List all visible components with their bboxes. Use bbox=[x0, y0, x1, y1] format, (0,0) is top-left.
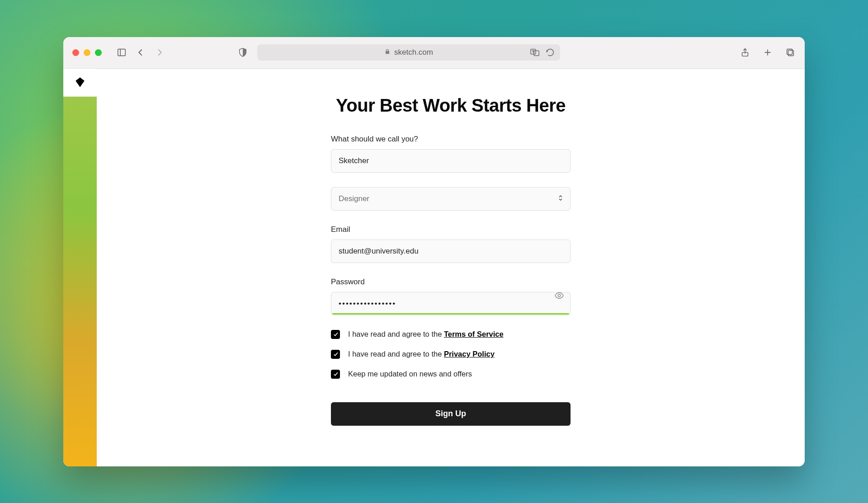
tos-link[interactable]: Terms of Service bbox=[444, 330, 504, 338]
svg-rect-3 bbox=[534, 51, 539, 56]
password-strength-bar bbox=[332, 313, 569, 315]
privacy-checkbox[interactable] bbox=[331, 350, 340, 359]
password-label: Password bbox=[331, 277, 571, 287]
updates-text: Keep me updated on news and offers bbox=[348, 370, 472, 378]
email-label: Email bbox=[331, 225, 571, 234]
name-label: What should we call you? bbox=[331, 135, 571, 144]
svg-rect-0 bbox=[118, 49, 126, 56]
privacy-check-row: I have read and agree to the Privacy Pol… bbox=[331, 350, 571, 359]
sidebar-toggle-icon[interactable] bbox=[116, 47, 127, 58]
brand-side-strip bbox=[63, 69, 97, 466]
tos-check-row: I have read and agree to the Terms of Se… bbox=[331, 330, 571, 339]
svg-rect-7 bbox=[788, 50, 793, 56]
privacy-shield-icon[interactable] bbox=[237, 47, 248, 58]
password-input[interactable] bbox=[331, 292, 571, 315]
privacy-text: I have read and agree to the Privacy Pol… bbox=[348, 350, 495, 358]
email-input[interactable] bbox=[331, 240, 571, 263]
name-input[interactable] bbox=[331, 149, 571, 173]
share-icon[interactable] bbox=[740, 47, 750, 58]
translate-icon[interactable] bbox=[529, 47, 540, 58]
updates-check-row: Keep me updated on news and offers bbox=[331, 370, 571, 379]
window-close-icon[interactable] bbox=[72, 49, 79, 56]
lock-icon bbox=[384, 48, 391, 57]
reload-icon[interactable] bbox=[545, 47, 556, 58]
new-tab-icon[interactable] bbox=[762, 47, 773, 58]
signup-form: What should we call you? Designer Email bbox=[331, 135, 571, 426]
tos-text: I have read and agree to the Terms of Se… bbox=[348, 330, 504, 338]
tab-overview-icon[interactable] bbox=[785, 47, 796, 58]
updates-checkbox[interactable] bbox=[331, 370, 340, 379]
sketch-logo[interactable] bbox=[63, 69, 97, 97]
url-bar[interactable]: sketch.com bbox=[257, 44, 560, 61]
nav-forward-icon[interactable] bbox=[154, 47, 165, 58]
url-host: sketch.com bbox=[394, 48, 433, 57]
eye-icon[interactable] bbox=[554, 291, 564, 302]
traffic-lights bbox=[72, 49, 102, 56]
signup-content: Your Best Work Starts Here What should w… bbox=[97, 69, 805, 466]
page-title: Your Best Work Starts Here bbox=[336, 95, 566, 116]
page-body: Your Best Work Starts Here What should w… bbox=[63, 69, 805, 466]
signup-button[interactable]: Sign Up bbox=[331, 402, 571, 426]
svg-rect-8 bbox=[787, 49, 793, 55]
safari-toolbar: sketch.com bbox=[63, 37, 805, 69]
window-zoom-icon[interactable] bbox=[95, 49, 102, 56]
role-select[interactable]: Designer bbox=[331, 187, 571, 211]
svg-point-9 bbox=[558, 294, 561, 297]
window-minimize-icon[interactable] bbox=[84, 49, 90, 56]
tos-checkbox[interactable] bbox=[331, 330, 340, 339]
nav-back-icon[interactable] bbox=[135, 47, 146, 58]
browser-window: sketch.com bbox=[63, 37, 805, 466]
privacy-link[interactable]: Privacy Policy bbox=[444, 350, 495, 358]
